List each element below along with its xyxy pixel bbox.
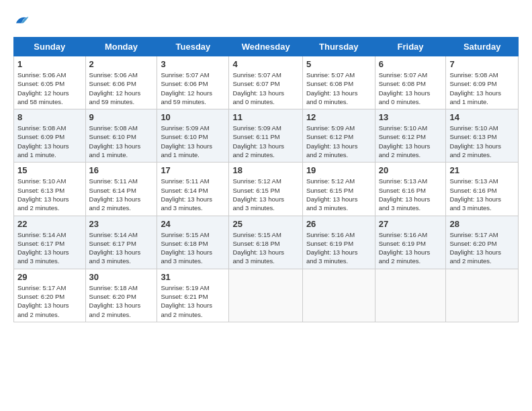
day-info: Sunrise: 5:13 AM Sunset: 6:16 PM Dayligh… xyxy=(449,177,515,212)
day-number: 23 xyxy=(89,219,154,229)
calendar-day-cell: 18Sunrise: 5:12 AM Sunset: 6:15 PM Dayli… xyxy=(229,163,302,216)
day-info: Sunrise: 5:15 AM Sunset: 6:18 PM Dayligh… xyxy=(161,230,225,266)
col-tuesday: Tuesday xyxy=(157,38,229,56)
day-number: 28 xyxy=(449,219,515,229)
day-number: 12 xyxy=(306,112,371,122)
calendar-day-cell: 23Sunrise: 5:14 AM Sunset: 6:17 PM Dayli… xyxy=(85,216,157,269)
calendar-day-cell: 15Sunrise: 5:10 AM Sunset: 6:13 PM Dayli… xyxy=(14,163,86,216)
day-number: 20 xyxy=(379,165,443,175)
calendar-day-cell: 2Sunrise: 5:06 AM Sunset: 6:06 PM Daylig… xyxy=(85,56,157,109)
day-info: Sunrise: 5:11 AM Sunset: 6:14 PM Dayligh… xyxy=(89,177,154,212)
day-number: 25 xyxy=(232,219,298,229)
calendar-week-row: 1Sunrise: 5:06 AM Sunset: 6:05 PM Daylig… xyxy=(14,56,519,109)
logo xyxy=(13,13,30,30)
calendar-day-cell: 13Sunrise: 5:10 AM Sunset: 6:12 PM Dayli… xyxy=(375,109,446,163)
col-friday: Friday xyxy=(375,38,446,56)
day-number: 11 xyxy=(232,112,298,122)
day-info: Sunrise: 5:08 AM Sunset: 6:09 PM Dayligh… xyxy=(449,71,515,106)
calendar-day-cell: 10Sunrise: 5:09 AM Sunset: 6:10 PM Dayli… xyxy=(157,109,229,163)
day-info: Sunrise: 5:17 AM Sunset: 6:20 PM Dayligh… xyxy=(449,230,515,266)
calendar-day-cell xyxy=(302,269,375,322)
day-info: Sunrise: 5:07 AM Sunset: 6:08 PM Dayligh… xyxy=(306,71,371,106)
calendar-day-cell xyxy=(375,269,446,322)
calendar-week-row: 8Sunrise: 5:08 AM Sunset: 6:09 PM Daylig… xyxy=(14,109,519,163)
day-info: Sunrise: 5:10 AM Sunset: 6:12 PM Dayligh… xyxy=(379,124,443,159)
calendar-day-cell: 24Sunrise: 5:15 AM Sunset: 6:18 PM Dayli… xyxy=(157,216,229,269)
day-info: Sunrise: 5:12 AM Sunset: 6:15 PM Dayligh… xyxy=(232,177,298,212)
day-number: 4 xyxy=(232,59,298,69)
day-info: Sunrise: 5:10 AM Sunset: 6:13 PM Dayligh… xyxy=(449,124,515,159)
day-number: 9 xyxy=(89,112,154,122)
day-info: Sunrise: 5:15 AM Sunset: 6:18 PM Dayligh… xyxy=(232,230,298,266)
day-number: 13 xyxy=(379,112,443,122)
day-number: 2 xyxy=(89,59,154,69)
col-saturday: Saturday xyxy=(446,38,519,56)
calendar-day-cell: 17Sunrise: 5:11 AM Sunset: 6:14 PM Dayli… xyxy=(157,163,229,216)
day-info: Sunrise: 5:06 AM Sunset: 6:06 PM Dayligh… xyxy=(89,71,154,106)
day-number: 7 xyxy=(449,59,515,69)
page-container: Sunday Monday Tuesday Wednesday Thursday… xyxy=(13,13,519,322)
day-info: Sunrise: 5:09 AM Sunset: 6:10 PM Dayligh… xyxy=(161,124,225,159)
day-info: Sunrise: 5:08 AM Sunset: 6:09 PM Dayligh… xyxy=(17,124,82,159)
day-info: Sunrise: 5:16 AM Sunset: 6:19 PM Dayligh… xyxy=(379,230,443,266)
day-info: Sunrise: 5:19 AM Sunset: 6:21 PM Dayligh… xyxy=(161,283,225,319)
day-info: Sunrise: 5:09 AM Sunset: 6:12 PM Dayligh… xyxy=(306,124,371,159)
logo-bird-icon xyxy=(13,13,30,27)
calendar-day-cell: 11Sunrise: 5:09 AM Sunset: 6:11 PM Dayli… xyxy=(229,109,302,163)
calendar-day-cell: 22Sunrise: 5:14 AM Sunset: 6:17 PM Dayli… xyxy=(14,216,86,269)
col-monday: Monday xyxy=(85,38,157,56)
day-info: Sunrise: 5:07 AM Sunset: 6:07 PM Dayligh… xyxy=(232,71,298,106)
calendar-day-cell: 20Sunrise: 5:13 AM Sunset: 6:16 PM Dayli… xyxy=(375,163,446,216)
calendar-day-cell: 16Sunrise: 5:11 AM Sunset: 6:14 PM Dayli… xyxy=(85,163,157,216)
day-number: 29 xyxy=(17,272,82,282)
calendar-day-cell: 12Sunrise: 5:09 AM Sunset: 6:12 PM Dayli… xyxy=(302,109,375,163)
day-number: 17 xyxy=(161,165,225,175)
calendar-day-cell: 30Sunrise: 5:18 AM Sunset: 6:20 PM Dayli… xyxy=(85,269,157,322)
calendar-day-cell: 1Sunrise: 5:06 AM Sunset: 6:05 PM Daylig… xyxy=(14,56,86,109)
calendar-day-cell: 4Sunrise: 5:07 AM Sunset: 6:07 PM Daylig… xyxy=(229,56,302,109)
calendar-day-cell: 21Sunrise: 5:13 AM Sunset: 6:16 PM Dayli… xyxy=(446,163,519,216)
calendar-day-cell: 31Sunrise: 5:19 AM Sunset: 6:21 PM Dayli… xyxy=(157,269,229,322)
calendar-day-cell: 26Sunrise: 5:16 AM Sunset: 6:19 PM Dayli… xyxy=(302,216,375,269)
calendar-day-cell: 5Sunrise: 5:07 AM Sunset: 6:08 PM Daylig… xyxy=(302,56,375,109)
day-number: 26 xyxy=(306,219,371,229)
header xyxy=(13,13,519,30)
day-number: 30 xyxy=(89,272,154,282)
day-info: Sunrise: 5:08 AM Sunset: 6:10 PM Dayligh… xyxy=(89,124,154,159)
calendar-day-cell: 27Sunrise: 5:16 AM Sunset: 6:19 PM Dayli… xyxy=(375,216,446,269)
day-info: Sunrise: 5:09 AM Sunset: 6:11 PM Dayligh… xyxy=(232,124,298,159)
day-number: 15 xyxy=(17,165,82,175)
day-number: 22 xyxy=(17,219,82,229)
logo-text xyxy=(13,13,30,30)
calendar-week-row: 15Sunrise: 5:10 AM Sunset: 6:13 PM Dayli… xyxy=(14,163,519,216)
calendar-header-row: Sunday Monday Tuesday Wednesday Thursday… xyxy=(14,38,519,56)
day-info: Sunrise: 5:07 AM Sunset: 6:08 PM Dayligh… xyxy=(379,71,443,106)
calendar-day-cell: 25Sunrise: 5:15 AM Sunset: 6:18 PM Dayli… xyxy=(229,216,302,269)
day-info: Sunrise: 5:06 AM Sunset: 6:05 PM Dayligh… xyxy=(17,71,82,106)
day-number: 6 xyxy=(379,59,443,69)
day-number: 16 xyxy=(89,165,154,175)
day-info: Sunrise: 5:18 AM Sunset: 6:20 PM Dayligh… xyxy=(89,283,154,319)
calendar-day-cell: 28Sunrise: 5:17 AM Sunset: 6:20 PM Dayli… xyxy=(446,216,519,269)
day-number: 5 xyxy=(306,59,371,69)
day-number: 18 xyxy=(232,165,298,175)
col-wednesday: Wednesday xyxy=(229,38,302,56)
calendar-day-cell: 6Sunrise: 5:07 AM Sunset: 6:08 PM Daylig… xyxy=(375,56,446,109)
day-number: 21 xyxy=(449,165,515,175)
day-info: Sunrise: 5:14 AM Sunset: 6:17 PM Dayligh… xyxy=(17,230,82,266)
calendar-day-cell: 3Sunrise: 5:07 AM Sunset: 6:06 PM Daylig… xyxy=(157,56,229,109)
calendar-day-cell xyxy=(229,269,302,322)
day-info: Sunrise: 5:11 AM Sunset: 6:14 PM Dayligh… xyxy=(161,177,225,212)
day-number: 19 xyxy=(306,165,371,175)
day-info: Sunrise: 5:14 AM Sunset: 6:17 PM Dayligh… xyxy=(89,230,154,266)
col-sunday: Sunday xyxy=(14,38,86,56)
day-number: 10 xyxy=(161,112,225,122)
calendar-week-row: 29Sunrise: 5:17 AM Sunset: 6:20 PM Dayli… xyxy=(14,269,519,322)
day-info: Sunrise: 5:13 AM Sunset: 6:16 PM Dayligh… xyxy=(379,177,443,212)
calendar-day-cell: 29Sunrise: 5:17 AM Sunset: 6:20 PM Dayli… xyxy=(14,269,86,322)
calendar: Sunday Monday Tuesday Wednesday Thursday… xyxy=(13,37,519,322)
calendar-day-cell xyxy=(446,269,519,322)
day-number: 1 xyxy=(17,59,82,69)
col-thursday: Thursday xyxy=(302,38,375,56)
calendar-day-cell: 8Sunrise: 5:08 AM Sunset: 6:09 PM Daylig… xyxy=(14,109,86,163)
